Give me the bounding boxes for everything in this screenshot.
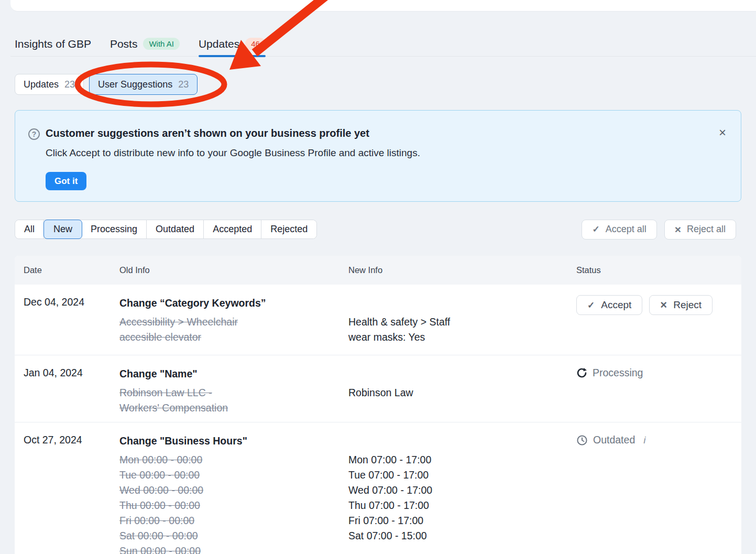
row-status: Outdated i — [567, 422, 741, 554]
accept-all-label: Accept all — [606, 224, 647, 235]
subtab-label: User Suggestions — [98, 79, 172, 90]
check-icon: ✓ — [587, 300, 595, 311]
tabs-divider — [10, 56, 756, 57]
filter-processing[interactable]: Processing — [82, 220, 147, 238]
old-info-line: Thu 00:00 - 00:00 — [119, 498, 334, 513]
new-info-line: Thu 07:00 - 17:00 — [348, 498, 562, 513]
got-it-button[interactable]: Got it — [46, 172, 86, 190]
subtab-count: 23 — [178, 79, 189, 90]
tab-label: Posts — [110, 38, 138, 50]
old-info-line: Sat 00:00 - 00:00 — [119, 528, 334, 544]
filter-rejected[interactable]: Rejected — [261, 220, 316, 238]
updates-count-badge: 46 — [245, 38, 266, 50]
new-info-line: Mon 07:00 - 17:00 — [348, 452, 562, 468]
status-label: Processing — [593, 367, 643, 379]
old-info-lines: Mon 00:00 - 00:00 Tue 00:00 - 00:00 Wed … — [119, 452, 334, 554]
close-icon[interactable]: × — [719, 126, 726, 139]
subtab-user-suggestions[interactable]: User Suggestions 23 — [89, 74, 198, 95]
banner-description: Click Accept to distribute new info to y… — [46, 147, 420, 159]
row-actions: ✓ Accept × Reject — [576, 295, 736, 315]
status-filter-group: All New Processing Outdated Accepted Rej… — [15, 220, 317, 239]
col-date: Date — [15, 256, 111, 285]
with-ai-badge: With AI — [143, 38, 180, 50]
old-info-line: Fri 00:00 - 00:00 — [119, 513, 334, 528]
old-info-line: Wed 00:00 - 00:00 — [119, 483, 334, 498]
row-status: Processing — [567, 355, 741, 422]
banner-title: Customer suggestions aren’t shown on you… — [46, 127, 369, 139]
new-info-line: wear masks: Yes — [348, 330, 562, 345]
old-info-lines: Robinson Law LLC - Workers' Compensation — [119, 385, 334, 416]
change-title: Change “Category Keywords” — [119, 296, 334, 310]
row-old-info: Change "Name" Robinson Law LLC - Workers… — [111, 355, 339, 422]
row-date: Dec 04, 2024 — [15, 285, 111, 355]
bulk-actions: ✓ Accept all × Reject all — [582, 220, 736, 240]
old-info-line: Sun 00:00 - 00:00 — [119, 544, 334, 554]
previous-card-edge — [10, 0, 756, 12]
subtab-updates[interactable]: Updates 23 — [15, 74, 84, 95]
tab-updates[interactable]: Updates 46 — [199, 31, 266, 56]
row-old-info: Change "Business Hours" Mon 00:00 - 00:0… — [111, 422, 339, 554]
accept-all-button[interactable]: ✓ Accept all — [582, 220, 656, 240]
filter-outdated[interactable]: Outdated — [147, 220, 204, 238]
old-info-line: Mon 00:00 - 00:00 — [119, 452, 334, 468]
filter-all[interactable]: All — [15, 220, 44, 238]
old-info-line: Tue 00:00 - 00:00 — [119, 468, 334, 483]
row-new-info: Robinson Law — [339, 355, 567, 422]
new-info-line: Tue 07:00 - 17:00 — [348, 468, 562, 483]
old-info-line: accesible elevator — [119, 330, 334, 345]
table-row: Jan 04, 2024 Change "Name" Robinson Law … — [15, 355, 741, 422]
row-old-info: Change “Category Keywords” Accessibility… — [111, 285, 339, 355]
accept-button[interactable]: ✓ Accept — [576, 295, 642, 315]
col-old-info: Old Info — [111, 256, 339, 285]
new-info-line: Health & safety > Staff — [348, 314, 562, 330]
old-info-line: Workers' Compensation — [119, 400, 334, 416]
tab-label: Updates — [199, 38, 239, 50]
old-info-line: Robinson Law LLC - — [119, 385, 334, 400]
new-info-line: Robinson Law — [348, 385, 562, 400]
tab-insights-of-gbp[interactable]: Insights of GBP — [15, 31, 91, 56]
reject-all-button[interactable]: × Reject all — [664, 220, 736, 240]
filter-row: All New Processing Outdated Accepted Rej… — [15, 220, 736, 239]
row-date: Jan 04, 2024 — [15, 355, 111, 422]
change-title: Change "Business Hours" — [119, 434, 334, 448]
x-icon: × — [660, 298, 667, 312]
subtabs: Updates 23 User Suggestions 23 — [15, 74, 198, 95]
tab-posts[interactable]: Posts With AI — [110, 31, 180, 56]
x-icon: × — [675, 223, 681, 236]
accept-label: Accept — [601, 299, 631, 311]
filter-new[interactable]: New — [43, 220, 82, 239]
col-status: Status — [567, 256, 741, 285]
new-info-line: Wed 07:00 - 17:00 — [348, 483, 562, 498]
change-title: Change "Name" — [119, 367, 334, 381]
table-row: Oct 27, 2024 Change "Business Hours" Mon… — [15, 422, 741, 554]
tab-label: Insights of GBP — [15, 38, 91, 50]
new-info-line: Sat 07:00 - 15:00 — [348, 528, 562, 544]
refresh-icon — [576, 367, 587, 378]
reject-all-label: Reject all — [687, 224, 726, 235]
main-tabs: Insights of GBP Posts With AI Updates 46 — [15, 31, 266, 56]
help-circle-icon: ? — [28, 128, 40, 140]
clock-icon — [576, 434, 588, 446]
status-label: Outdated — [593, 434, 635, 446]
old-info-lines: Accessibility > Wheelchair accesible ele… — [119, 314, 334, 345]
info-banner: ? Customer suggestions aren’t shown on y… — [15, 110, 741, 202]
table-header: Date Old Info New Info Status — [15, 256, 741, 285]
status-processing: Processing — [576, 366, 736, 379]
table-row: Dec 04, 2024 Change “Category Keywords” … — [15, 285, 741, 355]
new-info-line: Fri 07:00 - 17:00 — [348, 513, 562, 528]
reject-label: Reject — [673, 299, 702, 311]
row-status: ✓ Accept × Reject — [567, 285, 741, 355]
info-icon[interactable]: i — [643, 434, 645, 446]
check-icon: ✓ — [592, 224, 599, 235]
row-date: Oct 27, 2024 — [15, 422, 111, 554]
suggestions-table: Date Old Info New Info Status Dec 04, 20… — [15, 256, 741, 554]
row-new-info: Mon 07:00 - 17:00 Tue 07:00 - 17:00 Wed … — [339, 422, 567, 554]
reject-button[interactable]: × Reject — [649, 295, 713, 315]
status-outdated: Outdated i — [576, 433, 736, 446]
row-new-info: Health & safety > Staff wear masks: Yes — [339, 285, 567, 355]
col-new-info: New Info — [339, 256, 567, 285]
subtab-count: 23 — [64, 79, 75, 90]
filter-accepted[interactable]: Accepted — [204, 220, 261, 238]
subtab-label: Updates — [24, 79, 59, 90]
active-tab-underline — [199, 55, 266, 57]
